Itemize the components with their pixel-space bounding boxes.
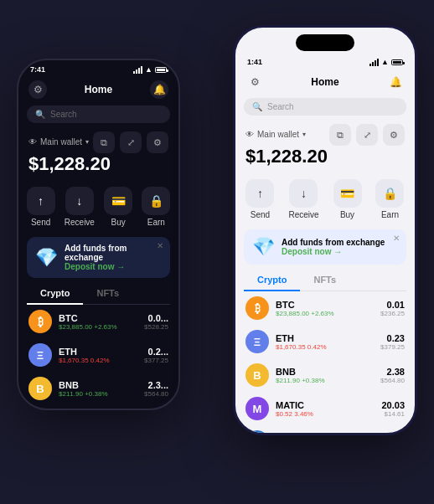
phones-container: 7:41 ▲ ⚙ Home 🔔 🔍 Searc bbox=[0, 0, 434, 504]
dark-buy-button[interactable]: 💳 Buy bbox=[104, 187, 132, 227]
light-expand-button[interactable]: ⤢ bbox=[356, 124, 378, 146]
light-status-icons: ▲ bbox=[369, 58, 403, 66]
light-tab-crypto[interactable]: Crypto bbox=[244, 270, 300, 291]
light-banner-link[interactable]: Deposit now → bbox=[282, 247, 398, 256]
dark-top-bar: ⚙ Home 🔔 bbox=[18, 77, 178, 102]
light-search-bar[interactable]: 🔍 Search bbox=[244, 98, 406, 116]
light-earn-icon: 🔒 bbox=[375, 179, 404, 208]
dark-status-bar: 7:41 ▲ bbox=[18, 60, 178, 77]
dark-banner-emoji: 💎 bbox=[35, 247, 58, 269]
dark-coin-bnb[interactable]: B BNB $211.90 +0.38% 2.3... $564.80 bbox=[18, 372, 178, 405]
light-bnb-icon: B bbox=[245, 363, 269, 387]
dark-coin-matic[interactable]: M MATIC $0.52 3.46% 20.0... $14.41 bbox=[18, 405, 178, 410]
dark-search-bar[interactable]: 🔍 Search bbox=[27, 105, 170, 123]
light-btc-icon: ₿ bbox=[245, 296, 269, 320]
dark-banner-title: Add funds from exchange bbox=[65, 244, 162, 262]
light-tab-nfts[interactable]: NFTs bbox=[300, 270, 349, 291]
dark-wallet-section: 👁 Main wallet ▾ ⧉ ⤢ ⚙ $1,228.20 bbox=[18, 126, 178, 180]
dark-send-icon: ↑ bbox=[27, 187, 55, 215]
dark-settings-button[interactable]: ⚙ bbox=[28, 80, 47, 99]
light-copy-button[interactable]: ⧉ bbox=[329, 124, 351, 146]
light-send-label: Send bbox=[251, 210, 270, 219]
light-coin-matic[interactable]: M MATIC $0.52 3.46% 20.03 $14.61 bbox=[235, 392, 415, 425]
light-coin-usdc[interactable]: $ USDC $1.00 0.00% 22,229.88 $22,229.88 bbox=[235, 425, 415, 435]
light-btc-value: $236.25 bbox=[380, 310, 405, 317]
dark-eth-amount: 0.2... bbox=[144, 347, 168, 357]
light-usdc-name: USDC bbox=[276, 434, 357, 436]
dark-dropdown-arrow: ▾ bbox=[85, 138, 89, 146]
light-coin-btc[interactable]: ₿ BTC $23,885.00 +2.63% 0.01 $236.25 bbox=[235, 291, 415, 325]
light-earn-button[interactable]: 🔒 Earn bbox=[375, 179, 404, 219]
light-eth-name: ETH bbox=[276, 333, 374, 343]
light-btc-amount: 0.01 bbox=[380, 300, 405, 310]
dark-send-button[interactable]: ↑ Send bbox=[27, 187, 55, 227]
light-send-icon: ↑ bbox=[245, 179, 274, 208]
light-banner-title: Add funds from exchange bbox=[282, 238, 398, 247]
dark-coin-btc[interactable]: ₿ BTC $23,885.00 +2.63% 0.0... $528.25 bbox=[18, 305, 178, 338]
light-phone: 1:41 ▲ ⚙ Home 🔔 🔍 Searc bbox=[233, 25, 417, 435]
light-coin-bnb[interactable]: B BNB $211.90 +0.38% 2.38 $564.80 bbox=[235, 358, 415, 392]
dark-banner-text: Add funds from exchange Deposit now → bbox=[65, 244, 162, 271]
light-top-area bbox=[235, 28, 415, 51]
light-coin-eth[interactable]: Ξ ETH $1,670.35 0.42% 0.23 $379.25 bbox=[235, 325, 415, 358]
dark-copy-button[interactable]: ⧉ bbox=[93, 131, 115, 153]
light-eth-amount: 0.23 bbox=[380, 333, 405, 343]
dark-time: 7:41 bbox=[30, 65, 45, 74]
light-bnb-sub: $211.90 +0.38% bbox=[276, 377, 374, 384]
dark-banner: 💎 Add funds from exchange Deposit now → … bbox=[27, 237, 170, 278]
signal-icon bbox=[133, 66, 142, 74]
dark-tab-crypto[interactable]: Crypto bbox=[27, 283, 83, 305]
dark-eth-icon: Ξ bbox=[28, 343, 52, 367]
light-wifi-icon: ▲ bbox=[381, 58, 389, 66]
dark-expand-button[interactable]: ⤢ bbox=[120, 131, 142, 153]
light-battery-icon bbox=[391, 59, 403, 65]
dark-receive-label: Receive bbox=[65, 218, 95, 227]
dark-bnb-right: 2.3... $564.80 bbox=[144, 380, 168, 398]
light-btc-info: BTC $23,885.00 +2.63% bbox=[276, 300, 374, 317]
light-eth-info: ETH $1,670.35 0.42% bbox=[276, 333, 374, 351]
light-usdc-icon: $ bbox=[245, 430, 269, 435]
dark-btc-icon: ₿ bbox=[28, 310, 52, 333]
dark-btc-amount: 0.0... bbox=[144, 313, 168, 323]
light-send-button[interactable]: ↑ Send bbox=[245, 179, 274, 219]
dark-notification-button[interactable]: 🔔 bbox=[150, 80, 168, 99]
light-settings-button[interactable]: ⚙ bbox=[245, 73, 264, 91]
dark-banner-link[interactable]: Deposit now → bbox=[65, 262, 162, 271]
light-receive-button[interactable]: ↓ Receive bbox=[288, 179, 318, 219]
dark-page-title: Home bbox=[85, 84, 112, 95]
light-page-title: Home bbox=[311, 76, 338, 88]
dark-coin-eth[interactable]: Ξ ETH $1,670.35 0.42% 0.2... $377.25 bbox=[18, 338, 178, 372]
dark-receive-button[interactable]: ↓ Receive bbox=[65, 187, 95, 227]
dark-earn-button[interactable]: 🔒 Earn bbox=[142, 187, 170, 227]
light-banner-close-button[interactable]: ✕ bbox=[393, 234, 400, 243]
light-eth-sub: $1,670.35 0.42% bbox=[276, 343, 374, 351]
light-btc-name: BTC bbox=[276, 300, 374, 310]
dark-wallet-settings-button[interactable]: ⚙ bbox=[147, 131, 168, 153]
dark-eth-right: 0.2... $377.25 bbox=[144, 347, 168, 364]
light-signal-icon bbox=[369, 59, 379, 66]
dark-search-placeholder: Search bbox=[50, 110, 77, 119]
dark-wallet-label[interactable]: 👁 Main wallet ▾ bbox=[28, 137, 89, 147]
light-matic-value: $14.61 bbox=[381, 410, 405, 418]
light-bnb-value: $564.80 bbox=[380, 377, 405, 384]
light-dropdown-arrow: ▾ bbox=[302, 131, 306, 138]
dark-tab-nfts[interactable]: NFTs bbox=[83, 283, 132, 305]
light-wallet-label[interactable]: 👁 Main wallet ▾ bbox=[245, 130, 306, 139]
dark-wallet-icons: ⧉ ⤢ ⚙ bbox=[93, 131, 168, 153]
dark-banner-close-button[interactable]: ✕ bbox=[157, 241, 163, 250]
dark-bnb-icon: B bbox=[28, 377, 52, 400]
light-search-placeholder: Search bbox=[267, 102, 294, 111]
light-time: 1:41 bbox=[247, 58, 262, 66]
dark-earn-icon: 🔒 bbox=[142, 187, 170, 215]
light-usdc-info: USDC $1.00 0.00% bbox=[276, 434, 357, 436]
light-notification-button[interactable]: 🔔 bbox=[386, 73, 405, 91]
light-usdc-right: 22,229.88 $22,229.88 bbox=[364, 434, 405, 436]
light-coin-list: ₿ BTC $23,885.00 +2.63% 0.01 $236.25 Ξ E… bbox=[235, 291, 415, 435]
light-wallet-settings-button[interactable]: ⚙ bbox=[383, 124, 405, 146]
light-bnb-info: BNB $211.90 +0.38% bbox=[276, 367, 374, 384]
dark-wallet-actions: ↑ Send ↓ Receive 💳 Buy 🔒 Earn bbox=[18, 180, 178, 234]
light-buy-button[interactable]: 💳 Buy bbox=[333, 179, 362, 219]
light-matic-info: MATIC $0.52 3.46% bbox=[276, 400, 375, 418]
dynamic-island bbox=[296, 34, 354, 51]
dark-bnb-value: $564.80 bbox=[144, 390, 168, 398]
